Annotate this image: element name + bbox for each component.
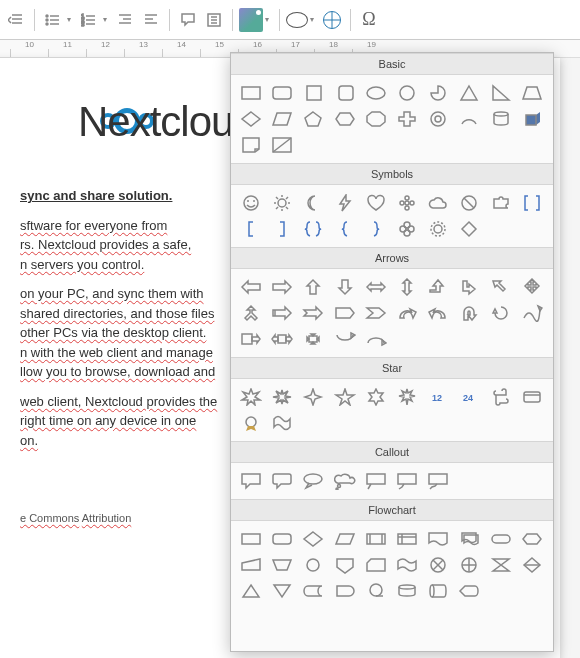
shape-star-8[interactable] xyxy=(393,385,421,409)
shape-cloud[interactable] xyxy=(424,191,452,215)
shape-arrow-curved-right[interactable] xyxy=(393,301,421,325)
shape-fc-merge[interactable] xyxy=(268,579,296,603)
shape-explosion-1[interactable] xyxy=(237,385,265,409)
shape-pie[interactable] xyxy=(424,81,452,105)
shape-fc-alternate[interactable] xyxy=(268,527,296,551)
dropdown-caret[interactable]: ▾ xyxy=(67,15,75,24)
shape-signet[interactable] xyxy=(237,411,265,435)
shape-puzzle[interactable] xyxy=(487,191,515,215)
shape-fc-display[interactable] xyxy=(455,579,483,603)
shape-fc-direct-access[interactable] xyxy=(424,579,452,603)
shape-callout-line-3[interactable] xyxy=(424,469,452,493)
shape-fc-decision[interactable] xyxy=(299,527,327,551)
shape-fc-magnetic-disk[interactable] xyxy=(393,579,421,603)
shape-arrow-s-curve[interactable] xyxy=(518,301,546,325)
shape-arrow-left[interactable] xyxy=(237,275,265,299)
special-char-button[interactable]: Ω xyxy=(357,8,381,32)
shape-cross[interactable] xyxy=(393,107,421,131)
shape-explosion-2[interactable] xyxy=(268,385,296,409)
indent-button[interactable] xyxy=(139,8,163,32)
shape-arrow-updown[interactable] xyxy=(393,275,421,299)
shape-triangle[interactable] xyxy=(455,81,483,105)
shape-star-24[interactable]: 24 xyxy=(455,385,483,409)
shape-fc-multidoc[interactable] xyxy=(455,527,483,551)
shape-horizontal-scroll[interactable] xyxy=(518,385,546,409)
shape-right-bracket[interactable] xyxy=(268,217,296,241)
shape-callout-round-rect[interactable] xyxy=(268,469,296,493)
dropdown-caret[interactable]: ▾ xyxy=(103,15,111,24)
shape-diamond-outline[interactable] xyxy=(455,217,483,241)
shape-frame[interactable] xyxy=(268,133,296,157)
shape-fc-card[interactable] xyxy=(362,553,390,577)
shape-left-bracket[interactable] xyxy=(237,217,265,241)
shape-star-4[interactable] xyxy=(299,385,327,409)
shape-callout-line-1[interactable] xyxy=(362,469,390,493)
shape-fc-seq-access[interactable] xyxy=(362,579,390,603)
shape-fc-stored-data[interactable] xyxy=(299,579,327,603)
shape-flower[interactable] xyxy=(393,191,421,215)
shape-lightning[interactable] xyxy=(331,191,359,215)
shape-ring[interactable] xyxy=(424,107,452,131)
shape-fc-predefined[interactable] xyxy=(362,527,390,551)
shape-callout-cloud[interactable] xyxy=(331,469,359,493)
shape-arc[interactable] xyxy=(455,107,483,131)
shape-arrow-right[interactable] xyxy=(268,275,296,299)
shape-arrow-callout-quad[interactable] xyxy=(299,327,327,351)
shape-folded-corner[interactable] xyxy=(237,133,265,157)
shape-callout-line-2[interactable] xyxy=(393,469,421,493)
shape-double-brace[interactable] xyxy=(299,217,327,241)
shape-arrow-corner[interactable] xyxy=(487,275,515,299)
shape-arrow-curved-down[interactable] xyxy=(331,327,359,351)
shape-arrow-notched-right[interactable] xyxy=(299,301,327,325)
shape-fc-preparation[interactable] xyxy=(518,527,546,551)
shape-right-brace[interactable] xyxy=(362,217,390,241)
shape-arrow-down[interactable] xyxy=(331,275,359,299)
shape-square[interactable] xyxy=(299,81,327,105)
shape-fc-sort[interactable] xyxy=(518,553,546,577)
shape-trapezoid[interactable] xyxy=(518,81,546,105)
shape-smiley[interactable] xyxy=(237,191,265,215)
shape-rectangle[interactable] xyxy=(237,81,265,105)
shape-arrow-chevron[interactable] xyxy=(362,301,390,325)
shape-callout-ellipse[interactable] xyxy=(299,469,327,493)
shape-vertical-scroll[interactable] xyxy=(487,385,515,409)
shape-octagon[interactable] xyxy=(362,107,390,131)
shape-ellipse[interactable] xyxy=(362,81,390,105)
shape-arrow-uturn[interactable] xyxy=(455,301,483,325)
shape-right-triangle[interactable] xyxy=(487,81,515,105)
shape-arrow-curved-left[interactable] xyxy=(424,301,452,325)
shape-arrow-quad[interactable] xyxy=(518,275,546,299)
insert-shape-button[interactable] xyxy=(286,12,308,28)
shape-arrow-bent-up[interactable] xyxy=(424,275,452,299)
shape-fc-delay[interactable] xyxy=(331,579,359,603)
shape-star-12[interactable]: 12 xyxy=(424,385,452,409)
shape-doorplate[interactable] xyxy=(268,411,296,435)
shape-arrow-up[interactable] xyxy=(299,275,327,299)
shape-fc-manual-op[interactable] xyxy=(268,553,296,577)
shape-fc-sum[interactable] xyxy=(424,553,452,577)
shape-left-brace[interactable] xyxy=(331,217,359,241)
shape-fc-internal[interactable] xyxy=(393,527,421,551)
shape-arrow-split[interactable] xyxy=(237,301,265,325)
shape-callout-rect[interactable] xyxy=(237,469,265,493)
shape-rounded-square[interactable] xyxy=(331,81,359,105)
shape-fc-extract[interactable] xyxy=(237,579,265,603)
shape-quatrefoil[interactable] xyxy=(393,217,421,241)
shape-arrow-curved-up[interactable] xyxy=(362,327,390,351)
dropdown-caret[interactable]: ▾ xyxy=(265,15,273,24)
shape-hexagon[interactable] xyxy=(331,107,359,131)
insert-hyperlink-button[interactable] xyxy=(320,8,344,32)
shape-fc-terminator[interactable] xyxy=(487,527,515,551)
shape-cylinder[interactable] xyxy=(487,107,515,131)
shape-arrow-circular[interactable] xyxy=(487,301,515,325)
comment-button[interactable] xyxy=(176,8,200,32)
shape-star-6[interactable] xyxy=(362,385,390,409)
list-bullet-button[interactable] xyxy=(41,8,65,32)
shape-fc-process[interactable] xyxy=(237,527,265,551)
shape-arrow-bent-right[interactable] xyxy=(455,275,483,299)
shape-arrow-leftright[interactable] xyxy=(362,275,390,299)
shape-moon[interactable] xyxy=(299,191,327,215)
insert-image-button[interactable] xyxy=(239,8,263,32)
shape-fc-connector[interactable] xyxy=(299,553,327,577)
shape-heart[interactable] xyxy=(362,191,390,215)
